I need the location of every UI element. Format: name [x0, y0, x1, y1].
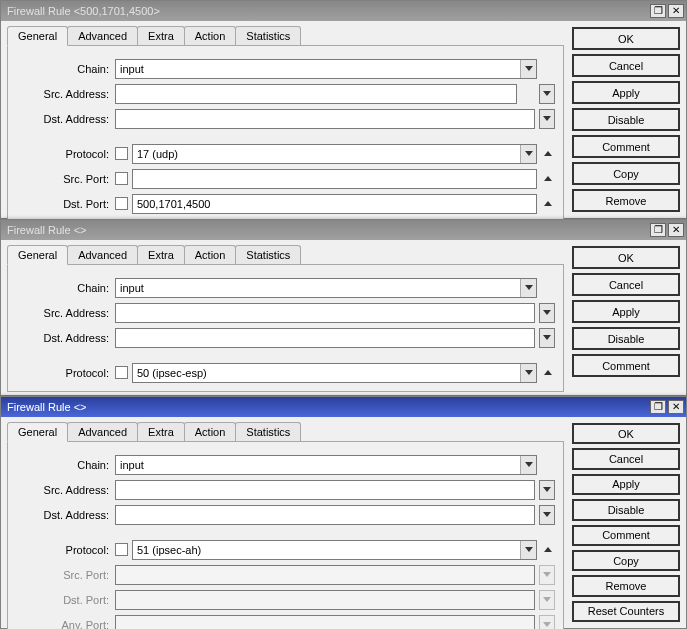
restore-icon[interactable]: ❐ — [650, 223, 666, 237]
titlebar[interactable]: Firewall Rule <> ❐ ✕ — [1, 397, 686, 417]
chevron-down-icon — [543, 572, 551, 577]
ok-button[interactable]: OK — [572, 27, 680, 50]
dst-address-field[interactable] — [116, 506, 534, 524]
chain-dropdown-button[interactable] — [520, 279, 536, 297]
tab-action[interactable]: Action — [184, 26, 237, 46]
protocol-dropdown-button[interactable] — [520, 145, 536, 163]
chain-dropdown-button[interactable] — [520, 60, 536, 78]
src-port-invert-checkbox[interactable] — [115, 172, 128, 185]
protocol-dropdown-button[interactable] — [520, 541, 536, 559]
tab-general[interactable]: General — [7, 245, 68, 265]
src-address-field[interactable] — [116, 481, 534, 499]
src-address-toggle[interactable] — [539, 84, 555, 104]
tab-general[interactable]: General — [7, 26, 68, 46]
chain-field[interactable] — [116, 279, 520, 297]
disable-button[interactable]: Disable — [572, 499, 680, 520]
titlebar[interactable]: Firewall Rule <> ❐ ✕ — [1, 220, 686, 240]
protocol-input[interactable] — [132, 363, 537, 383]
close-icon[interactable]: ✕ — [668, 400, 684, 414]
dst-address-toggle[interactable] — [539, 328, 555, 348]
protocol-field[interactable] — [133, 145, 520, 163]
dst-port-input[interactable] — [132, 194, 537, 214]
disable-button[interactable]: Disable — [572, 108, 680, 131]
src-address-toggle[interactable] — [539, 303, 555, 323]
dst-address-input[interactable] — [115, 505, 535, 525]
apply-button[interactable]: Apply — [572, 474, 680, 495]
tab-extra[interactable]: Extra — [137, 26, 185, 46]
chevron-down-icon — [525, 547, 533, 552]
protocol-field[interactable] — [133, 364, 520, 382]
dst-address-toggle[interactable] — [539, 109, 555, 129]
collapse-button[interactable] — [541, 547, 555, 552]
tab-body: Chain: Src. Address: Dst. Address: — [7, 441, 564, 629]
tab-statistics[interactable]: Statistics — [235, 422, 301, 442]
close-icon[interactable]: ✕ — [668, 223, 684, 237]
button-column: OK Cancel Apply Disable Comment Copy Rem… — [572, 25, 680, 212]
ok-button[interactable]: OK — [572, 246, 680, 269]
protocol-input[interactable] — [132, 540, 537, 560]
comment-button[interactable]: Comment — [572, 135, 680, 158]
src-address-toggle[interactable] — [539, 480, 555, 500]
tab-statistics[interactable]: Statistics — [235, 26, 301, 46]
src-address-field[interactable] — [116, 304, 534, 322]
dst-address-field[interactable] — [116, 110, 534, 128]
cancel-button[interactable]: Cancel — [572, 273, 680, 296]
dst-address-toggle[interactable] — [539, 505, 555, 525]
cancel-button[interactable]: Cancel — [572, 448, 680, 469]
src-address-input[interactable] — [115, 480, 535, 500]
chain-input[interactable] — [115, 455, 537, 475]
src-address-input[interactable] — [115, 84, 517, 104]
remove-button[interactable]: Remove — [572, 189, 680, 212]
protocol-invert-checkbox[interactable] — [115, 366, 128, 379]
tab-action[interactable]: Action — [184, 422, 237, 442]
protocol-invert-checkbox[interactable] — [115, 147, 128, 160]
collapse-button[interactable] — [541, 151, 555, 156]
collapse-button[interactable] — [541, 201, 555, 206]
restore-icon[interactable]: ❐ — [650, 4, 666, 18]
tab-general[interactable]: General — [7, 422, 68, 442]
tab-advanced[interactable]: Advanced — [67, 26, 138, 46]
chevron-down-icon — [525, 66, 533, 71]
dst-port-invert-checkbox[interactable] — [115, 197, 128, 210]
protocol-invert-checkbox[interactable] — [115, 543, 128, 556]
protocol-dropdown-button[interactable] — [520, 364, 536, 382]
chain-dropdown-button[interactable] — [520, 456, 536, 474]
chain-input[interactable] — [115, 278, 537, 298]
chain-field[interactable] — [116, 456, 520, 474]
tab-advanced[interactable]: Advanced — [67, 245, 138, 265]
apply-button[interactable]: Apply — [572, 81, 680, 104]
remove-button[interactable]: Remove — [572, 575, 680, 596]
protocol-input[interactable] — [132, 144, 537, 164]
collapse-button[interactable] — [541, 370, 555, 375]
tab-extra[interactable]: Extra — [137, 422, 185, 442]
dst-port-field[interactable] — [133, 195, 536, 213]
comment-button[interactable]: Comment — [572, 525, 680, 546]
cancel-button[interactable]: Cancel — [572, 54, 680, 77]
src-address-input[interactable] — [115, 303, 535, 323]
tab-extra[interactable]: Extra — [137, 245, 185, 265]
dst-address-input[interactable] — [115, 109, 535, 129]
tab-body: Chain: Src. Address: Dst. Address: — [7, 264, 564, 392]
tab-advanced[interactable]: Advanced — [67, 422, 138, 442]
dst-address-input[interactable] — [115, 328, 535, 348]
src-port-field[interactable] — [133, 170, 536, 188]
comment-button[interactable]: Comment — [572, 354, 680, 377]
copy-button[interactable]: Copy — [572, 162, 680, 185]
reset-counters-button[interactable]: Reset Counters — [572, 601, 680, 622]
disable-button[interactable]: Disable — [572, 327, 680, 350]
src-address-field[interactable] — [116, 85, 516, 103]
collapse-button[interactable] — [541, 176, 555, 181]
chain-field[interactable] — [116, 60, 520, 78]
chain-input[interactable] — [115, 59, 537, 79]
titlebar[interactable]: Firewall Rule <500,1701,4500> ❐ ✕ — [1, 1, 686, 21]
close-icon[interactable]: ✕ — [668, 4, 684, 18]
dst-address-field[interactable] — [116, 329, 534, 347]
tab-statistics[interactable]: Statistics — [235, 245, 301, 265]
copy-button[interactable]: Copy — [572, 550, 680, 571]
apply-button[interactable]: Apply — [572, 300, 680, 323]
protocol-field[interactable] — [133, 541, 520, 559]
restore-icon[interactable]: ❐ — [650, 400, 666, 414]
src-port-input[interactable] — [132, 169, 537, 189]
ok-button[interactable]: OK — [572, 423, 680, 444]
tab-action[interactable]: Action — [184, 245, 237, 265]
